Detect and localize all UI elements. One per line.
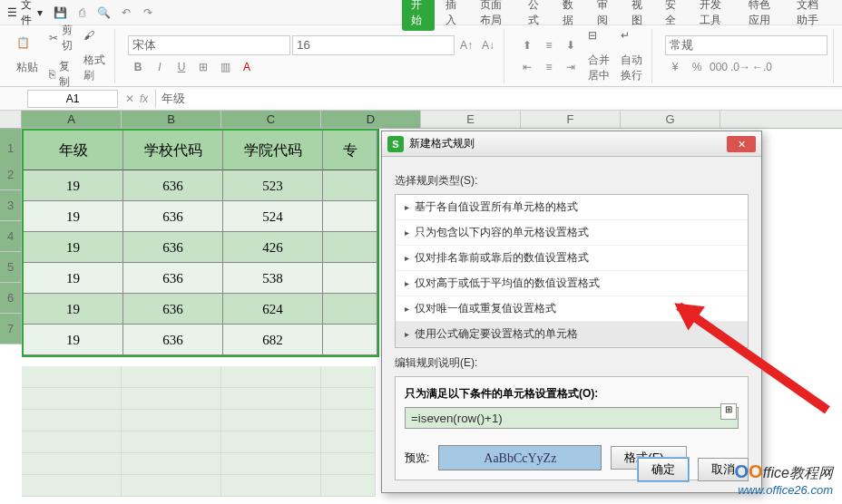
cancel-edit-icon[interactable]: ✕ (125, 92, 134, 105)
column-header[interactable]: D (321, 111, 421, 128)
increase-decimal-icon[interactable]: .0→ (730, 57, 750, 77)
table-cell[interactable] (323, 294, 377, 325)
table-cell[interactable]: 636 (123, 170, 223, 201)
rule-type-item[interactable]: 只为包含以下内容的单元格设置格式 (396, 220, 748, 246)
table-cell[interactable]: 19 (24, 294, 123, 325)
currency-icon[interactable]: ¥ (665, 57, 685, 77)
table-cell[interactable] (323, 232, 377, 263)
paste-button[interactable]: 📋 粘贴 (13, 33, 42, 79)
align-center-icon[interactable]: ≡ (539, 57, 559, 77)
column-header[interactable]: B (122, 111, 221, 128)
range-picker-icon[interactable]: ⊞ (720, 403, 737, 420)
border-button[interactable]: ⊞ (193, 57, 213, 77)
table-cell[interactable] (323, 263, 377, 294)
table-cell[interactable]: 636 (123, 294, 223, 325)
table-cell[interactable]: 538 (223, 263, 323, 294)
align-right-icon[interactable]: ⇥ (561, 57, 581, 77)
align-left-icon[interactable]: ⇤ (517, 57, 537, 77)
tab-data[interactable]: 数据 (553, 0, 586, 32)
fill-color-button[interactable]: ▥ (215, 57, 235, 77)
table-cell[interactable]: 682 (223, 325, 323, 355)
row-header[interactable]: 3 (0, 190, 22, 221)
ok-button[interactable]: 确定 (638, 458, 689, 481)
rule-type-item[interactable]: 仅对高于或低于平均值的数值设置格式 (396, 271, 748, 296)
increase-font-icon[interactable]: A↑ (456, 35, 476, 55)
row-header[interactable]: 6 (0, 283, 22, 314)
table-cell[interactable]: 19 (24, 201, 123, 232)
formula-field[interactable] (405, 407, 739, 429)
align-middle-icon[interactable]: ≡ (539, 35, 559, 55)
tab-security[interactable]: 安全 (656, 0, 689, 32)
row-header[interactable]: 7 (0, 314, 22, 344)
table-header-cell[interactable]: 学校代码 (123, 131, 223, 170)
font-name-select[interactable] (128, 35, 290, 55)
percent-icon[interactable]: % (687, 57, 707, 77)
italic-button[interactable]: I (150, 57, 170, 77)
select-all-corner[interactable] (0, 111, 22, 128)
table-cell[interactable] (323, 201, 377, 232)
save-icon[interactable]: 💾 (54, 5, 68, 20)
undo-icon[interactable]: ↶ (119, 5, 133, 20)
column-header[interactable]: F (521, 111, 621, 128)
row-header[interactable]: 4 (0, 221, 22, 252)
tab-page-layout[interactable]: 页面布局 (471, 0, 518, 32)
tab-doc-helper[interactable]: 文档助手 (788, 0, 835, 32)
auto-wrap-button[interactable]: ↵ 自动换行 (617, 25, 646, 87)
rule-type-item[interactable]: 使用公式确定要设置格式的单元格 (396, 322, 748, 347)
bold-button[interactable]: B (128, 57, 148, 77)
font-color-button[interactable]: A (237, 57, 257, 77)
align-top-icon[interactable]: ⬆ (517, 35, 537, 55)
row-header[interactable]: 5 (0, 252, 22, 283)
table-header-cell[interactable]: 学院代码 (223, 131, 323, 170)
column-header[interactable]: A (22, 111, 122, 128)
underline-button[interactable]: U (171, 57, 191, 77)
align-bottom-icon[interactable]: ⬇ (561, 35, 581, 55)
merge-center-button[interactable]: ⊟ 合并居中 (584, 25, 613, 87)
table-cell[interactable]: 19 (24, 232, 123, 263)
table-cell[interactable]: 523 (223, 170, 323, 201)
font-size-select[interactable] (292, 35, 455, 55)
copy-button[interactable]: ⎘复制 (45, 57, 76, 92)
table-cell[interactable]: 624 (223, 294, 323, 325)
table-cell[interactable]: 636 (123, 201, 223, 232)
table-cell[interactable]: 636 (123, 325, 223, 355)
fx-icon[interactable]: fx (140, 92, 148, 105)
tab-formulas[interactable]: 公式 (519, 0, 552, 32)
table-cell[interactable] (323, 170, 377, 201)
rule-type-item[interactable]: 仅对排名靠前或靠后的数值设置格式 (396, 246, 748, 271)
table-cell[interactable]: 19 (24, 263, 123, 294)
table-cell[interactable]: 636 (123, 263, 223, 294)
print-icon[interactable]: ⎙ (75, 5, 90, 20)
rule-type-list[interactable]: 基于各自值设置所有单元格的格式 只为包含以下内容的单元格设置格式 仅对排名靠前或… (395, 194, 749, 348)
comma-icon[interactable]: 000 (709, 57, 729, 77)
rule-type-item[interactable]: 基于各自值设置所有单元格的格式 (396, 195, 748, 220)
column-header[interactable]: E (421, 111, 521, 128)
column-header[interactable]: G (621, 111, 720, 128)
number-format-select[interactable] (665, 35, 827, 55)
dialog-titlebar[interactable]: S 新建格式规则 ✕ (382, 131, 761, 157)
table-cell[interactable]: 426 (223, 232, 323, 263)
table-cell[interactable]: 524 (223, 201, 323, 232)
decrease-decimal-icon[interactable]: ←.0 (752, 57, 772, 77)
preview-icon[interactable]: 🔍 (97, 5, 112, 20)
close-button[interactable]: ✕ (727, 136, 756, 152)
table-cell[interactable]: 19 (24, 325, 123, 355)
column-header[interactable]: C (221, 111, 321, 128)
table-cell[interactable] (323, 325, 377, 355)
redo-icon[interactable]: ↷ (141, 5, 155, 20)
row-header[interactable]: 2 (0, 160, 22, 190)
tab-special[interactable]: 特色应用 (739, 0, 787, 32)
formula-input[interactable] (155, 90, 842, 108)
decrease-font-icon[interactable]: A↓ (478, 35, 498, 55)
cut-button[interactable]: ✂剪切 (45, 21, 76, 55)
tab-insert[interactable]: 插入 (436, 0, 469, 32)
table-cell[interactable]: 636 (123, 232, 223, 263)
file-menu[interactable]: ☰ 文件 ▾ (7, 0, 43, 28)
name-box[interactable]: A1 (27, 90, 118, 108)
format-painter-button[interactable]: 🖌 格式刷 (80, 25, 109, 87)
table-cell[interactable]: 19 (24, 170, 123, 201)
tab-home[interactable]: 开始 (402, 0, 435, 31)
tab-developer[interactable]: 开发工具 (690, 0, 738, 32)
table-header-cell[interactable]: 专 (323, 131, 377, 170)
table-header-cell[interactable]: 年级 (24, 131, 123, 170)
